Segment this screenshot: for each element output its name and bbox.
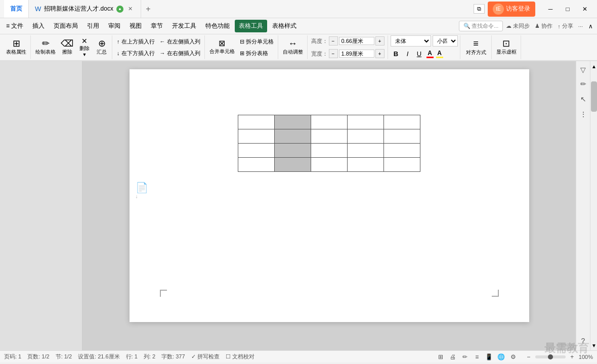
minimize-button[interactable]: ─ [542,2,559,16]
menu-section[interactable]: 章节 [147,20,167,32]
table-cell[interactable] [348,115,384,129]
font-color-button[interactable]: A [425,50,435,58]
cloud-sync-button[interactable]: ☁ 未同步 [504,21,532,31]
width-input[interactable] [339,50,374,58]
menu-view[interactable]: 视图 [125,20,146,32]
auto-fit-button[interactable]: ↔ 自动调整 [281,35,305,60]
height-input[interactable] [339,37,374,45]
table-cell-highlighted[interactable] [275,144,311,158]
scroll-up-button[interactable]: ▲ [591,63,597,69]
cursor-tool[interactable]: ↖ [578,94,589,105]
settings-icon[interactable]: ⚙ [509,352,518,361]
merge-button[interactable]: ⊕ 汇总 [94,35,110,60]
table-cell[interactable] [311,115,348,129]
new-tab-button[interactable]: + [141,2,155,16]
width-decrease-button[interactable]: − [329,49,338,58]
highlight-color-button[interactable]: A [435,50,444,58]
bold-button[interactable]: B [391,48,402,59]
visitor-login-button[interactable]: tE 访客登录 [488,2,535,17]
zoom-out-button[interactable]: − [524,352,533,361]
height-increase-button[interactable]: + [375,36,385,46]
tabs-area: 首页 W 招聘新媒体运营人才.docx ● ✕ + [4,0,474,18]
font-size-select[interactable]: 小四 [433,35,458,47]
width-increase-button[interactable]: + [375,49,385,58]
align-button[interactable]: ≡ 对齐方式 [463,35,489,60]
menu-reference[interactable]: 引用 [83,20,103,32]
menu-dev[interactable]: 开发工具 [168,20,200,32]
insert-above-button[interactable]: ↑ 在上方插入行 [115,36,157,47]
table-cell-highlighted[interactable] [275,115,311,129]
table-cell[interactable] [311,158,348,172]
table-cell[interactable] [348,144,384,158]
help-tool[interactable]: ? [578,335,589,346]
doc-tab[interactable]: W 招聘新媒体运营人才.docx ● ✕ [29,0,141,18]
vertical-scrollbar[interactable]: ▲ ▼ [590,61,597,350]
collab-button[interactable]: ♟ 协作 [533,21,555,31]
spell-check[interactable]: ✓ 拼写检查 [191,353,220,360]
menu-insert[interactable]: 插入 [28,20,49,32]
menu-special[interactable]: 特色功能 [201,20,234,32]
ribbon-collapse-button[interactable]: ∧ [586,22,595,31]
menu-layout[interactable]: 页面布局 [50,20,82,32]
scrollbar-thumb[interactable] [591,81,597,112]
table-cell[interactable] [311,144,348,158]
display-empty-button[interactable]: ⊡ 显示虚框 [494,35,519,60]
scroll-down-button[interactable]: ▼ [591,342,597,348]
table-cell-highlighted[interactable] [275,158,311,172]
view-print-icon[interactable]: 🖨 [448,352,457,361]
table-cell[interactable] [384,158,420,172]
table-cell[interactable] [384,115,420,129]
insert-left-button[interactable]: ← 在左侧插入列 [158,36,202,47]
document-table[interactable] [238,115,420,172]
document-area[interactable]: 📄 ↓ [82,61,576,350]
more-tool[interactable]: ⋮ [578,109,589,120]
view-web-icon[interactable]: ✏ [460,352,470,361]
internet-icon[interactable]: 🌐 [497,352,506,361]
close-button[interactable]: ✕ [577,2,593,16]
view-mobile-icon[interactable]: 📱 [485,352,494,361]
merge-cells-button[interactable]: ⊠ 合并单元格 [207,35,237,60]
zoom-slider-thumb[interactable] [548,354,553,359]
insert-below-button[interactable]: ↓ 在下方插入行 [115,48,157,59]
filter-button[interactable]: ▽ [579,65,588,74]
table-cell[interactable] [384,129,420,144]
erase-button[interactable]: ⌫ 擦除 [59,35,75,60]
table-cell-highlighted[interactable] [275,129,311,144]
share-button[interactable]: ↑ 分享 [556,21,575,31]
maximize-button[interactable]: □ [560,2,576,16]
table-properties-button[interactable]: ⊞ 表格属性 [4,35,28,60]
delete-button[interactable]: ✕ 删除 ▼ [76,35,93,60]
italic-button[interactable]: I [402,48,413,59]
height-label: 高度： [311,37,328,45]
split-table-button[interactable]: ⊞ 拆分表格 [238,48,276,59]
multi-window-button[interactable]: ⧉ [474,4,485,14]
doc-check[interactable]: ☐ 文档校对 [226,353,254,360]
insert-right-button[interactable]: → 在右侧插入列 [158,48,202,59]
height-decrease-button[interactable]: − [329,36,338,46]
menu-table-tools[interactable]: 表格工具 [235,20,267,32]
view-outline-icon[interactable]: ≡ [473,352,482,361]
table-cell[interactable] [238,158,275,172]
menu-file[interactable]: ≡ 文件 [2,20,27,32]
table-cell[interactable] [384,144,420,158]
table-cell[interactable] [238,115,275,129]
underline-button[interactable]: U [414,48,425,59]
menu-table-style[interactable]: 表格样式 [268,20,301,32]
view-normal-icon[interactable]: ⊞ [436,352,445,361]
table-cell[interactable] [238,144,275,158]
zoom-slider[interactable] [535,355,566,358]
more-button[interactable]: ··· [576,22,585,30]
table-cell[interactable] [311,129,348,144]
table-cell[interactable] [348,129,384,144]
menu-review[interactable]: 审阅 [104,20,124,32]
font-name-select[interactable]: 未体 [391,35,431,47]
search-command-input[interactable]: 🔍 查找命令... [459,21,503,31]
zoom-in-button[interactable]: + [568,352,577,361]
doc-tab-close[interactable]: ✕ [126,5,135,13]
table-cell[interactable] [348,158,384,172]
table-cell[interactable] [238,129,275,144]
home-tab[interactable]: 首页 [4,0,29,18]
split-cells-button[interactable]: ⊟ 拆分单元格 [238,36,276,47]
pen-tool[interactable]: ✏ [578,78,589,89]
draw-table-button[interactable]: ✏ 绘制表格 [33,35,58,60]
